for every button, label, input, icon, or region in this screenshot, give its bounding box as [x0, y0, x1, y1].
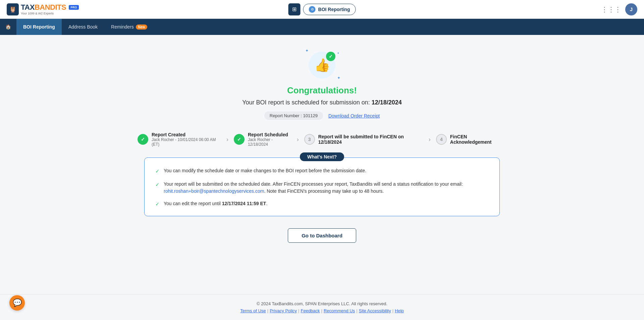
- whats-next-label: What's Next?: [300, 152, 344, 161]
- next-item-2-text: Your report will be submitted on the sch…: [164, 181, 489, 195]
- step-3-circle: 3: [304, 134, 315, 145]
- report-number-area: Report Number : 101129 Download Order Re…: [264, 111, 380, 120]
- sparkle-1: ✦: [305, 48, 309, 53]
- next-item-1: ✓ You can modify the schedule date or ma…: [155, 167, 489, 175]
- check-icon-3: ✓: [155, 200, 160, 208]
- footer-recommend[interactable]: Recommend Us: [324, 308, 355, 313]
- step-4-info: FinCEN Acknowledgement: [450, 134, 506, 145]
- new-badge: New: [136, 25, 148, 30]
- whats-next-container: What's Next? ✓ You can modify the schedu…: [144, 157, 500, 216]
- footer-links: Terms of Use | Privacy Policy | Feedback…: [7, 308, 637, 313]
- steps-row: ✓ Report Created Jack Rocher - 10/01/202…: [138, 132, 506, 147]
- step-4-title: FinCEN Acknowledgement: [450, 134, 506, 145]
- submission-date: 12/18/2024: [372, 99, 402, 106]
- congrats-title: Congratulations!: [287, 85, 357, 96]
- check-icon-1: ✓: [155, 168, 160, 175]
- next-item-3: ✓ You can edit the report until 12/17/20…: [155, 200, 489, 208]
- step-1-title: Report Created: [152, 132, 221, 137]
- main-content: ✦ ✦ 👍 ✓ ✦ Congratulations! Your BOI repo…: [0, 35, 644, 294]
- step-3: 3 Report will be submitted to FinCEN on …: [304, 134, 423, 145]
- thumbs-up-icon: 👍 ✓: [309, 52, 335, 79]
- step-1: ✓ Report Created Jack Rocher - 10/01/202…: [138, 132, 221, 147]
- step-1-circle: ✓: [138, 134, 148, 145]
- app-switcher-button[interactable]: ⊞: [288, 3, 301, 15]
- footer-privacy[interactable]: Privacy Policy: [270, 308, 297, 313]
- boi-reporting-button[interactable]: ⊙ BOI Reporting: [303, 4, 356, 15]
- top-header: 🦉 TAXBANDITS PRO Your 1099 & W2 Experts …: [0, 0, 644, 19]
- boi-icon: ⊙: [309, 6, 316, 13]
- step-2-sub: Jack Rocher - 12/18/2024: [248, 137, 291, 147]
- step-arrow-3: ›: [429, 136, 431, 143]
- success-check-overlay: ✓: [326, 52, 335, 61]
- step-2: ✓ Report Scheduled Jack Rocher - 12/18/2…: [234, 132, 291, 147]
- go-to-dashboard-button[interactable]: Go to Dashboard: [288, 228, 356, 243]
- step-1-sub: Jack Rocher - 10/01/2024 06:00 AM (ET): [152, 137, 221, 147]
- chat-icon: 💬: [13, 299, 22, 307]
- step-3-info: Report will be submitted to FinCEN on 12…: [318, 134, 423, 145]
- sparkle-2: ✦: [337, 52, 339, 55]
- download-receipt-link[interactable]: Download Order Receipt: [328, 113, 380, 119]
- nav-boi-reporting[interactable]: BOI Reporting: [16, 19, 62, 35]
- step-4-circle: 4: [436, 134, 447, 145]
- nav-address-book[interactable]: Address Book: [62, 19, 104, 35]
- header-right: ⋮⋮⋮ J: [601, 3, 637, 15]
- next-item-1-text: You can modify the schedule date or make…: [164, 167, 366, 174]
- step-arrow-1: ›: [226, 136, 228, 143]
- footer-help[interactable]: Help: [395, 308, 404, 313]
- nav-reminders[interactable]: Reminders New: [104, 19, 154, 35]
- submission-text: Your BOI report is scheduled for submiss…: [242, 99, 402, 106]
- step-arrow-2: ›: [297, 136, 299, 143]
- next-item-3-text: You can edit the report until 12/17/2024…: [164, 200, 267, 207]
- pro-badge: PRO: [69, 5, 79, 10]
- step-2-info: Report Scheduled Jack Rocher - 12/18/202…: [248, 132, 291, 147]
- nav-bar: 🏠 BOI Reporting Address Book Reminders N…: [0, 19, 644, 35]
- grid-icon: ⊞: [292, 6, 297, 12]
- nav-home[interactable]: 🏠: [0, 19, 16, 35]
- header-center: ⊞ ⊙ BOI Reporting: [288, 3, 356, 15]
- logo-tagline: Your 1099 & W2 Experts: [21, 12, 79, 15]
- logo-text: TAXBANDITS PRO Your 1099 & W2 Experts: [21, 4, 79, 15]
- report-number-badge: Report Number : 101129: [264, 111, 323, 120]
- step-2-circle: ✓: [234, 134, 245, 145]
- logo-area: 🦉 TAXBANDITS PRO Your 1099 & W2 Experts: [7, 3, 79, 15]
- sparkle-3: ✦: [337, 76, 340, 80]
- footer-accessibility[interactable]: Site Accessibility: [359, 308, 391, 313]
- footer-terms[interactable]: Terms of Use: [240, 308, 266, 313]
- boi-reporting-label: BOI Reporting: [318, 7, 350, 12]
- logo-icon: 🦉: [7, 3, 19, 15]
- footer-feedback[interactable]: Feedback: [301, 308, 320, 313]
- step-4: 4 FinCEN Acknowledgement: [436, 134, 506, 145]
- footer: © 2024 TaxBandits.com, SPAN Enterprises …: [0, 294, 644, 320]
- check-icon-2: ✓: [155, 181, 160, 189]
- avatar[interactable]: J: [625, 3, 637, 15]
- success-illustration: ✦ ✦ 👍 ✓ ✦: [302, 48, 342, 82]
- logo-brand: TAXBANDITS: [21, 4, 66, 11]
- chat-button[interactable]: 💬: [9, 295, 25, 311]
- step-3-title: Report will be submitted to FinCEN on 12…: [318, 134, 423, 145]
- next-item-2: ✓ Your report will be submitted on the s…: [155, 181, 489, 195]
- step-2-title: Report Scheduled: [248, 132, 291, 137]
- apps-icon[interactable]: ⋮⋮⋮: [601, 5, 621, 13]
- step-1-info: Report Created Jack Rocher - 10/01/2024 …: [152, 132, 221, 147]
- footer-copyright: © 2024 TaxBandits.com, SPAN Enterprises …: [7, 301, 637, 306]
